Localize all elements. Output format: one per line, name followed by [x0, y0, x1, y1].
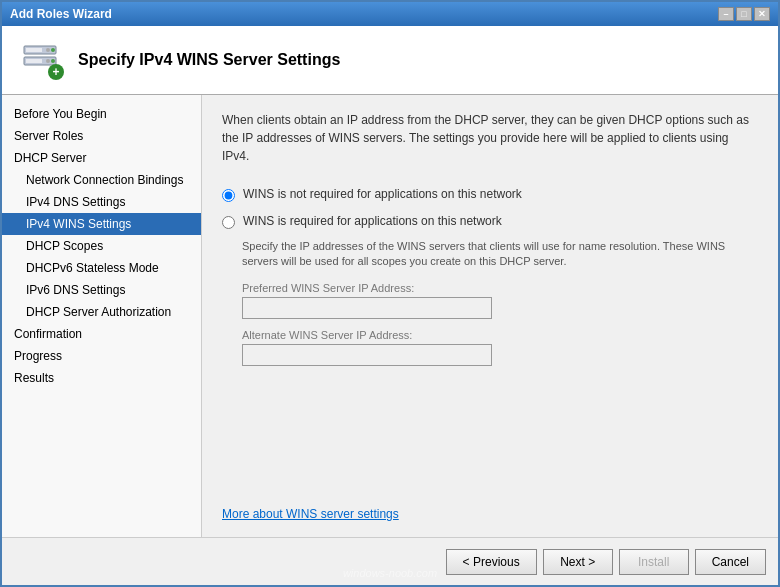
sidebar-item-dhcpv6-stateless-mode[interactable]: DHCPv6 Stateless Mode	[2, 257, 201, 279]
alternate-server-group: Alternate WINS Server IP Address:	[242, 329, 758, 366]
sidebar-item-confirmation[interactable]: Confirmation	[2, 323, 201, 345]
svg-text:+: +	[52, 65, 59, 79]
preferred-server-input[interactable]	[242, 297, 492, 319]
radio-not-required-label: WINS is not required for applications on…	[243, 187, 522, 201]
content-area: Before You Begin Server Roles DHCP Serve…	[2, 95, 778, 537]
preferred-server-label: Preferred WINS Server IP Address:	[242, 282, 758, 294]
alternate-server-input[interactable]	[242, 344, 492, 366]
radio-group: WINS is not required for applications on…	[222, 181, 758, 376]
previous-button[interactable]: < Previous	[446, 549, 537, 575]
wizard-header: + Specify IPv4 WINS Server Settings	[2, 26, 778, 95]
minimize-button[interactable]: –	[718, 7, 734, 21]
main-window: Add Roles Wizard – □ ✕ + Sp	[0, 0, 780, 587]
close-button[interactable]: ✕	[754, 7, 770, 21]
svg-point-5	[51, 59, 55, 63]
sidebar-item-before-you-begin[interactable]: Before You Begin	[2, 103, 201, 125]
svg-rect-7	[26, 59, 42, 63]
cancel-button[interactable]: Cancel	[695, 549, 766, 575]
install-button[interactable]: Install	[619, 549, 689, 575]
svg-point-1	[51, 48, 55, 52]
wins-required-note: Specify the IP addresses of the WINS ser…	[242, 239, 758, 270]
bottom-link-area: More about WINS server settings	[222, 497, 758, 521]
wizard-title: Specify IPv4 WINS Server Settings	[78, 51, 340, 69]
wizard-footer: < Previous Next > Install Cancel	[2, 537, 778, 585]
sidebar-item-ipv6-dns-settings[interactable]: IPv6 DNS Settings	[2, 279, 201, 301]
title-bar: Add Roles Wizard – □ ✕	[2, 2, 778, 26]
sidebar: Before You Begin Server Roles DHCP Serve…	[2, 95, 202, 537]
sidebar-item-ipv4-wins-settings[interactable]: IPv4 WINS Settings	[2, 213, 201, 235]
sidebar-item-ipv4-dns-settings[interactable]: IPv4 DNS Settings	[2, 191, 201, 213]
radio-option-not-required[interactable]: WINS is not required for applications on…	[222, 181, 758, 208]
sidebar-item-dhcp-server[interactable]: DHCP Server	[2, 147, 201, 169]
more-about-wins-link[interactable]: More about WINS server settings	[222, 507, 399, 521]
sidebar-item-network-connection-bindings[interactable]: Network Connection Bindings	[2, 169, 201, 191]
svg-point-2	[46, 48, 50, 52]
wins-required-details: Specify the IP addresses of the WINS ser…	[242, 239, 758, 376]
main-panel: When clients obtain an IP address from t…	[202, 95, 778, 537]
sidebar-item-dhcp-scopes[interactable]: DHCP Scopes	[2, 235, 201, 257]
next-button[interactable]: Next >	[543, 549, 613, 575]
maximize-button[interactable]: □	[736, 7, 752, 21]
sidebar-item-server-roles[interactable]: Server Roles	[2, 125, 201, 147]
window-title: Add Roles Wizard	[10, 7, 112, 21]
sidebar-item-progress[interactable]: Progress	[2, 345, 201, 367]
radio-required[interactable]	[222, 216, 235, 229]
preferred-server-group: Preferred WINS Server IP Address:	[242, 282, 758, 319]
description-text: When clients obtain an IP address from t…	[222, 111, 758, 165]
svg-rect-3	[26, 48, 42, 52]
svg-point-6	[46, 59, 50, 63]
radio-option-required[interactable]: WINS is required for applications on thi…	[222, 208, 758, 235]
wizard-icon: +	[18, 36, 66, 84]
radio-required-label: WINS is required for applications on thi…	[243, 214, 502, 228]
sidebar-item-results[interactable]: Results	[2, 367, 201, 389]
title-bar-buttons: – □ ✕	[718, 7, 770, 21]
alternate-server-label: Alternate WINS Server IP Address:	[242, 329, 758, 341]
radio-not-required[interactable]	[222, 189, 235, 202]
sidebar-item-dhcp-server-auth[interactable]: DHCP Server Authorization	[2, 301, 201, 323]
